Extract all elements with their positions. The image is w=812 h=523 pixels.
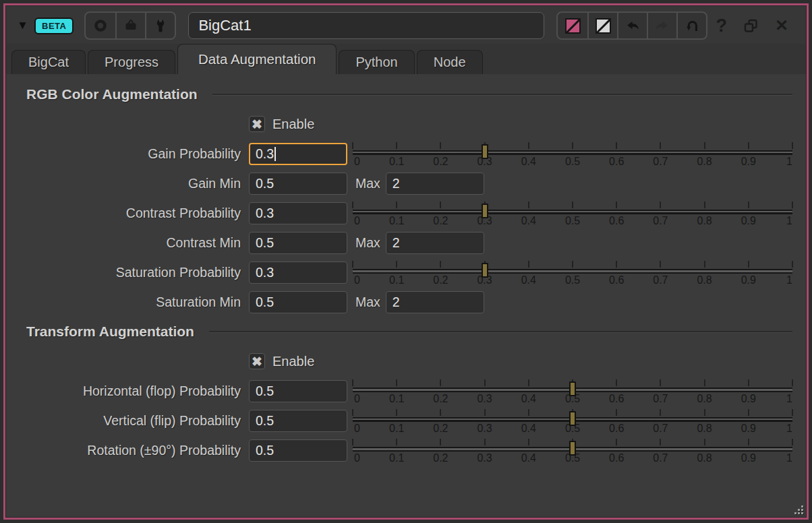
contrast-probability-slider[interactable]: 00.10.20.30.40.50.60.70.80.91 [353,198,792,228]
slider-tick [352,261,353,268]
slider-tick [528,261,529,268]
transform-section-header: Transform Augmentation [26,317,792,346]
slider-tick [440,202,441,208]
slider-tick-label: 0.8 [697,156,712,168]
node-toolbar [84,11,176,40]
slider-tick-label: 0.7 [653,393,668,405]
tv-icon [123,18,138,33]
properties-toolbar [556,11,707,40]
slider-tick-label: 0.8 [697,274,712,286]
slider-tick [748,439,749,445]
revert-button[interactable] [676,13,706,38]
slider-tick [792,202,793,208]
tab-node[interactable]: Node [417,50,483,74]
slider-track[interactable] [353,210,792,214]
saturation-min-label: Saturation Min [26,295,249,310]
field-value: 0.3 [256,265,274,280]
float-window-button[interactable] [743,18,759,34]
tab-progress[interactable]: Progress [88,50,175,74]
slider-tick-label: 1 [786,274,792,286]
slider-tick [660,202,661,208]
float-window-icon [743,18,759,34]
tab-data-augmentation[interactable]: Data Augmentation [177,44,337,74]
saturation-max-input[interactable]: 2 [386,291,484,313]
slider-tick [440,379,441,386]
slider-tick [396,439,397,445]
contrast-minmax-row: Contrast Min 0.5 Max 2 [26,228,792,257]
gain-min-input[interactable]: 0.5 [249,173,347,195]
gain-probability-row: Gain Probability 0.3 00.10.20.30.40.50.6… [26,139,792,168]
slider-tick [660,379,661,386]
saturation-min-input[interactable]: 0.5 [249,291,347,313]
slider-tick [792,409,793,416]
slider-tick [352,202,353,208]
node-name-input[interactable] [188,12,544,39]
slider-track[interactable] [353,269,792,274]
contrast-max-input[interactable]: 2 [386,232,484,254]
slider-tick-label: 0.8 [697,423,712,435]
gain-probability-slider[interactable]: 00.10.20.30.40.50.60.70.80.91 [353,139,792,168]
wrench-icon [153,18,168,33]
wrench-button[interactable] [145,13,175,38]
horizontal-flop-slider[interactable]: 00.10.20.30.40.50.60.70.80.91 [353,376,792,406]
slider-track[interactable] [353,150,792,155]
slider-handle[interactable] [482,204,488,218]
text-caret [274,147,276,161]
target-circle-icon [93,18,108,33]
undo-arrow-icon [625,18,640,33]
slider-tick-label: 0.1 [389,452,404,464]
slider-tick-label: 0.6 [609,423,624,435]
redo-button[interactable] [647,13,676,38]
slider-tick [616,261,617,268]
transform-enable-checkbox[interactable]: ✖ [249,353,265,369]
slider-tick-label: 0.7 [653,274,668,286]
beta-badge: BETA [34,18,74,34]
rotation-input[interactable]: 0.5 [249,439,347,462]
gain-probability-input[interactable]: 0.3 [249,143,347,165]
undo-button[interactable] [617,13,647,38]
vertical-flip-input[interactable]: 0.5 [249,410,347,432]
slider-tick [528,379,529,386]
close-button[interactable]: ✕ [775,16,788,35]
slider-tick-label: 0 [354,393,360,405]
slider-tick [396,379,397,386]
horizontal-flop-input[interactable]: 0.5 [249,380,347,402]
rotation-slider[interactable]: 00.10.20.30.40.50.60.70.80.91 [353,435,792,465]
slider-tick-label: 0.7 [653,423,668,435]
slider-tick [660,261,661,268]
collapse-triangle-icon[interactable]: ▼ [17,19,34,32]
monitor-button[interactable] [115,13,145,38]
slider-handle[interactable] [482,144,488,159]
slider-tick-label: 1 [786,393,792,405]
gain-max-input[interactable]: 2 [386,173,484,195]
slider-tick [792,142,793,149]
slider-tick-label: 0.1 [389,274,404,286]
saturation-probability-input[interactable]: 0.3 [249,262,347,284]
slider-tick-label: 0.2 [433,215,448,227]
slider-tick [396,202,397,208]
saturation-probability-row: Saturation Probability 0.3 00.10.20.30.4… [26,257,792,287]
vertical-flip-slider[interactable]: 00.10.20.30.40.50.60.70.80.91 [353,406,792,435]
center-node-button[interactable] [86,13,115,38]
slider-tick-label: 0.9 [741,156,756,168]
contrast-probability-input[interactable]: 0.3 [249,202,347,224]
section-title: Transform Augmentation [26,324,194,340]
slider-tick [704,439,705,445]
slider-handle[interactable] [569,381,576,396]
contrast-min-label: Contrast Min [26,235,249,251]
slider-tick-label: 0.1 [389,215,404,227]
slider-tick-label: 1 [786,215,792,227]
slider-handle[interactable] [569,411,576,426]
node-color-swatch-button[interactable] [558,13,587,38]
slider-handle[interactable] [482,263,488,278]
tab-bigcat[interactable]: BigCat [11,50,86,74]
saturation-probability-slider[interactable]: 00.10.20.30.40.50.60.70.80.91 [353,257,792,287]
contrast-min-input[interactable]: 0.5 [249,232,347,254]
gl-color-swatch-button[interactable] [587,13,617,38]
help-button[interactable]: ? [716,16,727,36]
rgb-enable-checkbox[interactable]: ✖ [249,116,265,132]
slider-handle[interactable] [569,441,576,456]
node-color-swatch-icon [565,18,581,34]
tab-python[interactable]: Python [339,50,414,74]
resize-grip[interactable] [793,504,804,515]
